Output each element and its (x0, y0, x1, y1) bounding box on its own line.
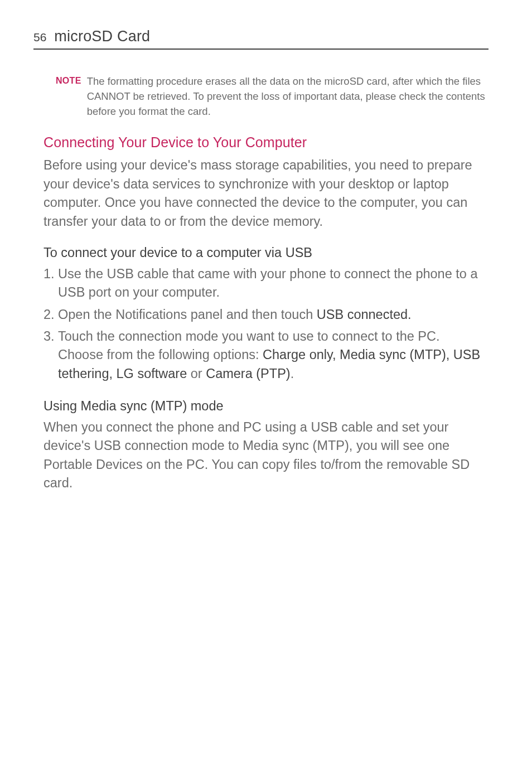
step-text: . (291, 366, 294, 381)
page-title: microSD Card (54, 28, 150, 45)
steps-list: 1. Use the USB cable that came with your… (33, 265, 489, 383)
sub-heading-mtp: Using Media sync (MTP) mode (33, 399, 489, 414)
step-text: or (187, 366, 206, 381)
step-marker: 1. (43, 265, 55, 283)
step-1: 1. Use the USB cable that came with your… (43, 265, 489, 302)
step-emphasis: Camera (PTP) (206, 366, 290, 381)
page-header: 56 microSD Card (33, 28, 489, 50)
section-heading-connecting: Connecting Your Device to Your Computer (33, 134, 489, 151)
section-body-mtp: When you connect the phone and PC using … (33, 418, 489, 492)
section-body-connecting: Before using your device's mass storage … (33, 156, 489, 230)
step-emphasis: USB connected. (317, 307, 412, 322)
note-text: The formatting procedure erases all the … (87, 74, 489, 119)
note-block: NOTE The formatting procedure erases all… (33, 74, 489, 119)
step-2: 2. Open the Notifications panel and then… (43, 306, 489, 324)
step-text: Open the Notifications panel and then to… (58, 307, 317, 322)
step-marker: 3. (43, 327, 55, 346)
step-3: 3. Touch the connection mode you want to… (43, 327, 489, 383)
sub-heading-usb: To connect your device to a computer via… (33, 245, 489, 260)
step-text: Use the USB cable that came with your ph… (58, 267, 477, 299)
step-marker: 2. (43, 306, 55, 324)
note-label: NOTE (56, 74, 81, 87)
page-number: 56 (33, 31, 46, 44)
